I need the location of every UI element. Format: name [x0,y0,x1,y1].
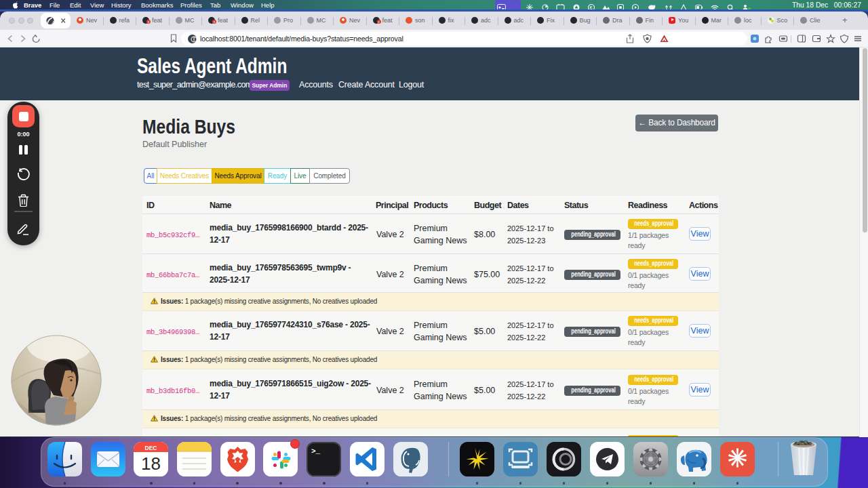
svg-text:18: 18 [141,453,161,474]
svg-text:>_: >_ [311,447,321,455]
svg-text:DEC: DEC [145,445,157,451]
